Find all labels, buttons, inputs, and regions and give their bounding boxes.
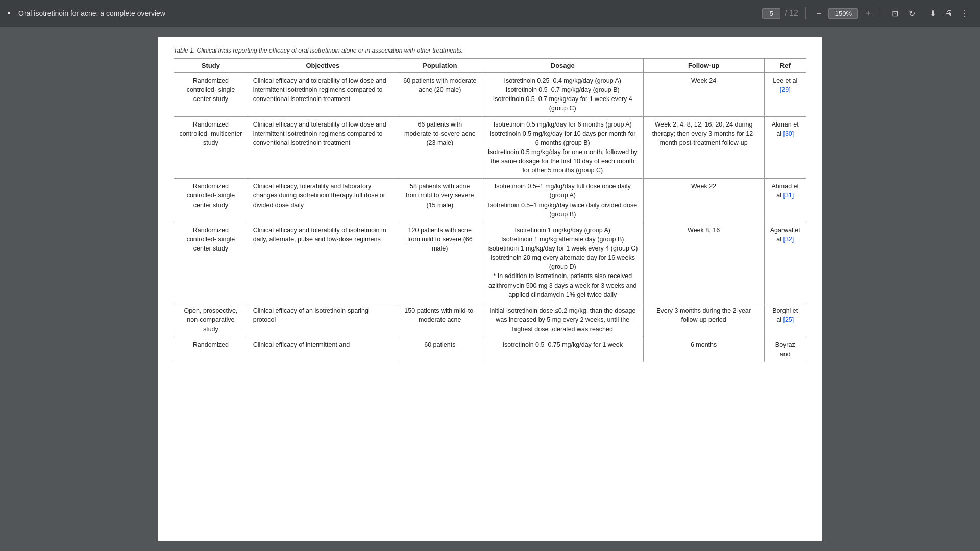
col-header-dosage: Dosage: [482, 59, 643, 73]
objectives-cell: Clinical efficacy and tolerability of lo…: [248, 73, 398, 117]
page-content: Table 1. Clinical trials reporting the e…: [158, 37, 822, 541]
page-number-input[interactable]: [762, 8, 780, 19]
ref-link[interactable]: [25]: [783, 316, 794, 323]
ref-link[interactable]: [29]: [780, 86, 791, 93]
study-cell: Randomized controlled- multicenter study: [174, 116, 248, 179]
followup-cell: Week 22: [643, 179, 764, 222]
study-cell: Randomized: [174, 337, 248, 362]
ref-cell: Boyraz and: [764, 337, 806, 362]
toolbar-right: ⬇ 🖨 ⋮: [926, 7, 972, 20]
more-button[interactable]: ⋮: [958, 7, 972, 20]
objectives-cell: Clinical efficacy and tolerability of lo…: [248, 116, 398, 179]
objectives-cell: Clinical efficacy and tolerability of is…: [248, 222, 398, 303]
divider2: [881, 7, 881, 19]
followup-cell: Every 3 months during the 2-year follow-…: [643, 303, 764, 337]
zoom-in-button[interactable]: +: [862, 6, 874, 21]
ref-link[interactable]: [30]: [783, 130, 794, 137]
study-cell: Open, prospective, non-comparative study: [174, 303, 248, 337]
objectives-cell: Clinical efficacy, tolerability and labo…: [248, 179, 398, 222]
population-cell: 150 patients with mild-to-moderate acne: [398, 303, 482, 337]
study-cell: Randomized controlled- single center stu…: [174, 179, 248, 222]
population-cell: 60 patients: [398, 337, 482, 362]
menu-button[interactable]: [8, 12, 10, 14]
ref-link[interactable]: [32]: [783, 236, 794, 243]
rotate-button[interactable]: ↻: [905, 7, 918, 20]
col-header-ref: Ref: [764, 59, 806, 73]
divider: [805, 7, 806, 19]
table-row: Randomized Clinical efficacy of intermit…: [174, 337, 806, 362]
fit-page-button[interactable]: ⊡: [889, 7, 901, 20]
table-caption: Table 1. Clinical trials reporting the e…: [174, 47, 806, 54]
toolbar: Oral isotretinoin for acne: a complete o…: [0, 0, 980, 27]
col-header-population: Population: [398, 59, 482, 73]
objectives-cell: Clinical efficacy of intermittent and: [248, 337, 398, 362]
followup-cell: Week 2, 4, 8, 12, 16, 20, 24 during ther…: [643, 116, 764, 179]
population-cell: 60 patients with moderate acne (20 male): [398, 73, 482, 117]
page-separator: / 12: [785, 9, 798, 18]
population-cell: 58 patients with acne from mild to very …: [398, 179, 482, 222]
objectives-cell: Clinical efficacy of an isotretinoin-spa…: [248, 303, 398, 337]
col-header-followup: Follow-up: [643, 59, 764, 73]
col-header-study: Study: [174, 59, 248, 73]
table-row: Open, prospective, non-comparative study…: [174, 303, 806, 337]
dosage-cell: Isotretinoin 0.5–0.75 mg/kg/day for 1 we…: [482, 337, 643, 362]
dosage-cell: Isotretinoin 1 mg/kg/day (group A)Isotre…: [482, 222, 643, 303]
pdf-viewer[interactable]: Table 1. Clinical trials reporting the e…: [0, 27, 980, 551]
ref-cell: Agarwal et al [32]: [764, 222, 806, 303]
download-button[interactable]: ⬇: [926, 7, 939, 20]
table-row: Randomized controlled- single center stu…: [174, 222, 806, 303]
zoom-out-button[interactable]: −: [813, 6, 825, 21]
ref-cell: Akman et al [30]: [764, 116, 806, 179]
col-header-objectives: Objectives: [248, 59, 398, 73]
ref-cell: Lee et al [29]: [764, 73, 806, 117]
print-button[interactable]: 🖨: [941, 7, 955, 20]
dosage-cell: Isotretinoin 0.25–0.4 mg/kg/day (group A…: [482, 73, 643, 117]
followup-cell: 6 months: [643, 337, 764, 362]
population-cell: 120 patients with acne from mild to seve…: [398, 222, 482, 303]
table-row: Randomized controlled- single center stu…: [174, 73, 806, 117]
study-cell: Randomized controlled- single center stu…: [174, 222, 248, 303]
dosage-cell: Isotretinoin 0.5 mg/kg/day for 6 months …: [482, 116, 643, 179]
followup-cell: Week 24: [643, 73, 764, 117]
population-cell: 66 patients with moderate-to-severe acne…: [398, 116, 482, 179]
table-row: Randomized controlled- multicenter study…: [174, 116, 806, 179]
ref-link[interactable]: [31]: [783, 192, 794, 199]
dosage-cell: Isotretinoin 0.5–1 mg/kg/day full dose o…: [482, 179, 643, 222]
page-controls: / 12 − + ⊡ ↻: [762, 6, 918, 21]
ref-cell: Ahmad et al [31]: [764, 179, 806, 222]
clinical-trials-table: Study Objectives Population Dosage Follo…: [174, 58, 806, 362]
followup-cell: Week 8, 16: [643, 222, 764, 303]
document-title: Oral isotretinoin for acne: a complete o…: [18, 9, 754, 17]
dosage-cell: Initial Isotretinoin dose ≤0.2 mg/kg, th…: [482, 303, 643, 337]
table-row: Randomized controlled- single center stu…: [174, 179, 806, 222]
ref-cell: Borghi et al [25]: [764, 303, 806, 337]
zoom-input[interactable]: [828, 8, 858, 19]
study-cell: Randomized controlled- single center stu…: [174, 73, 248, 117]
